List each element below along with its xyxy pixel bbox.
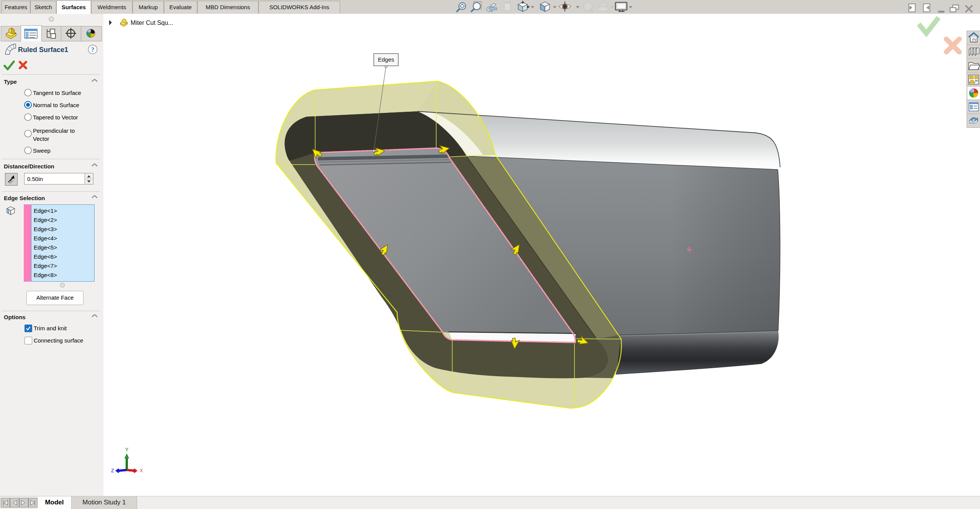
svg-text:Z: Z [111, 468, 114, 473]
svg-text:Y: Y [125, 447, 129, 452]
svg-text:Edges: Edges [378, 56, 394, 63]
svg-text:?: ? [91, 46, 95, 53]
svg-text:Miter Cut Squ...: Miter Cut Squ... [131, 20, 173, 26]
svg-text:X: X [140, 468, 143, 473]
